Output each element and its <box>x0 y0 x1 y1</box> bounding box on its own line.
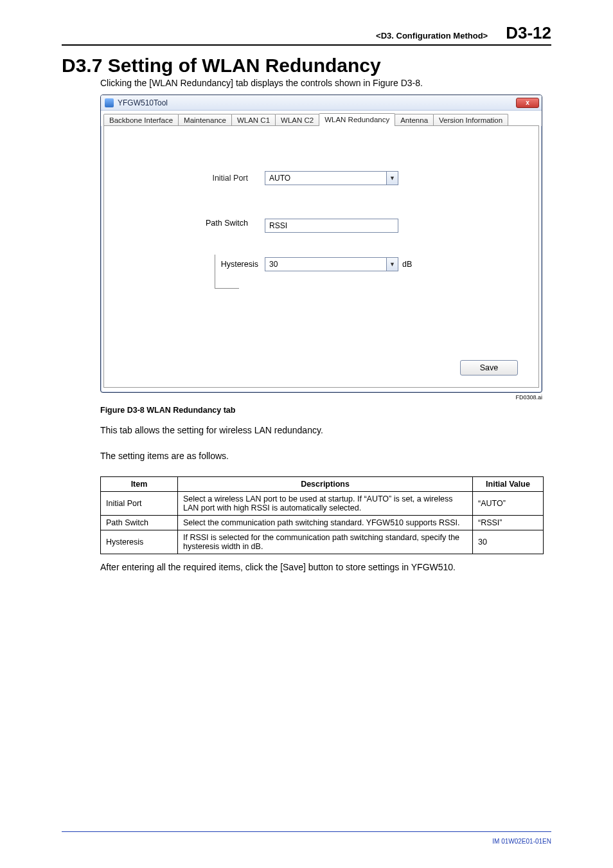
tab-body: Initial Port AUTO ▼ Path Switch RSSI Hys… <box>103 125 539 388</box>
app-icon <box>105 98 114 107</box>
hysteresis-select[interactable]: 30 ▼ <box>265 257 398 271</box>
header-pagenum: D3-12 <box>506 23 551 43</box>
titlebar: YFGW510Tool x <box>101 95 542 111</box>
th-initial-value: Initial Value <box>473 477 544 492</box>
tab-version-information[interactable]: Version Information <box>433 114 508 126</box>
save-button[interactable]: Save <box>460 360 518 375</box>
cell-item: Initial Port <box>101 492 178 516</box>
figure-caption: Figure D3-8 WLAN Redundancy tab <box>100 406 551 415</box>
tabs-row: Backbone Interface Maintenance WLAN C1 W… <box>101 111 542 126</box>
heading-d3-7: D3.7 Setting of WLAN Redundancy <box>62 55 551 77</box>
initial-port-value: AUTO <box>265 171 387 185</box>
cell-desc: If RSSI is selected for the communicatio… <box>178 530 473 554</box>
tab-wlan-redundancy[interactable]: WLAN Redundancy <box>319 113 395 126</box>
tab-wlan-c2[interactable]: WLAN C2 <box>275 114 319 126</box>
cell-item: Path Switch <box>101 516 178 530</box>
cell-val: “AUTO” <box>473 492 544 516</box>
chevron-down-icon[interactable]: ▼ <box>387 257 398 271</box>
table-row: Hysteresis If RSSI is selected for the c… <box>101 530 544 554</box>
intro-text: Clicking the [WLAN Redundancy] tab displ… <box>100 78 551 88</box>
footer-rule <box>62 831 551 832</box>
table-row: Initial Port Select a wireless LAN port … <box>101 492 544 516</box>
cell-val: “RSSI” <box>473 516 544 530</box>
cell-val: 30 <box>473 530 544 554</box>
th-descriptions: Descriptions <box>178 477 473 492</box>
para-tab-allows: This tab allows the setting for wireless… <box>100 425 551 435</box>
para-after-entering: After entering all the required items, c… <box>100 562 551 572</box>
initial-port-label: Initial Port <box>123 174 265 183</box>
initial-port-select[interactable]: AUTO ▼ <box>265 171 398 185</box>
app-window: YFGW510Tool x Backbone Interface Mainten… <box>100 95 542 393</box>
page-header: <D3. Configuration Method> D3-12 <box>62 23 551 46</box>
chevron-down-icon[interactable]: ▼ <box>387 171 398 185</box>
tab-antenna[interactable]: Antenna <box>395 114 434 126</box>
tab-backbone-interface[interactable]: Backbone Interface <box>103 114 179 126</box>
path-switch-input[interactable]: RSSI <box>265 219 398 233</box>
tree-vline <box>215 255 215 288</box>
figure-id: FD0308.ai <box>62 394 542 401</box>
tab-wlan-c1[interactable]: WLAN C1 <box>231 114 276 126</box>
table-header-row: Item Descriptions Initial Value <box>101 477 544 492</box>
header-chapter: <D3. Configuration Method> <box>376 31 488 41</box>
cell-desc: Select the communication path switching … <box>178 516 473 530</box>
footer-docnum: IM 01W02E01-01EN <box>492 838 551 845</box>
th-item: Item <box>101 477 178 492</box>
para-items-follows: The setting items are as follows. <box>100 451 551 461</box>
hysteresis-label: Hysteresis <box>203 260 265 269</box>
cell-desc: Select a wireless LAN port to be used at… <box>178 492 473 516</box>
hysteresis-unit: dB <box>402 260 412 269</box>
settings-table: Item Descriptions Initial Value Initial … <box>100 476 544 554</box>
table-row: Path Switch Select the communication pat… <box>101 516 544 530</box>
hysteresis-value: 30 <box>265 257 387 271</box>
tree-hline <box>215 288 239 289</box>
cell-item: Hysteresis <box>101 530 178 554</box>
tab-maintenance[interactable]: Maintenance <box>178 114 232 126</box>
close-button[interactable]: x <box>516 98 539 108</box>
titlebar-text: YFGW510Tool <box>118 98 516 107</box>
